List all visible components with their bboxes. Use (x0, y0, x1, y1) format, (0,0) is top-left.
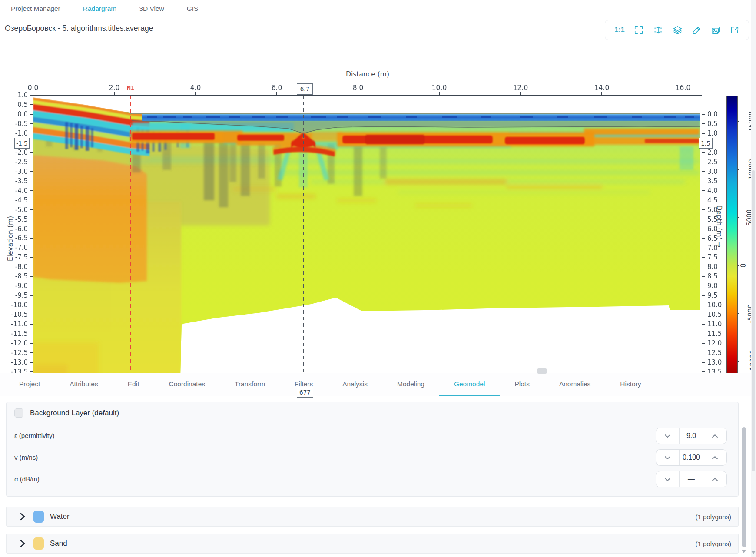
elevation-tick-label: -10.5 (8, 311, 28, 318)
tick-mark (30, 371, 33, 372)
chevron-down-icon (664, 434, 671, 438)
distance-tick-label: 12.0 (507, 84, 534, 92)
tick-mark (702, 219, 705, 219)
page-scrollbar-down-icon[interactable] (751, 551, 756, 554)
tab-attributes[interactable]: Attributes (55, 373, 113, 396)
nav-item-gis[interactable]: GIS (187, 5, 199, 13)
tick-mark (702, 248, 705, 248)
distance-tick-label: 10.0 (426, 84, 452, 92)
depth-crosshair-label: 1.5 (699, 138, 713, 149)
layer-polygon-count: (1 polygons) (695, 513, 731, 521)
stepper-increment-button[interactable] (703, 428, 726, 444)
param-value: — (679, 471, 703, 487)
tabs-scroll-handle[interactable] (537, 368, 547, 374)
param-stepper: — (656, 471, 727, 487)
tick-mark (439, 92, 439, 95)
tab-history[interactable]: History (605, 373, 656, 396)
cursor-signal-label: 677 (297, 387, 313, 398)
nav-item-project-manager[interactable]: Project Manager (11, 5, 60, 13)
layer-row-water[interactable]: Water(1 polygons) (6, 507, 739, 527)
tick-mark (702, 171, 705, 172)
tick-mark (702, 353, 705, 353)
tick-mark (702, 200, 705, 200)
layer-polygon-count: (1 polygons) (695, 540, 731, 547)
tick-mark (702, 371, 705, 372)
panel-tabs: ProjectAttributesEditCoordinatesTransfor… (0, 373, 756, 396)
tick-mark (30, 343, 33, 343)
panel-scrollbar-down-icon[interactable] (742, 550, 746, 553)
depth-tick-label: 10.5 (707, 311, 726, 318)
radargram-body (33, 97, 702, 383)
depth-tick-label: 0.0 (707, 110, 726, 118)
tick-mark (30, 267, 33, 267)
radargram-plot[interactable]: Distance (m) Signals Elevation (m) Depth… (0, 40, 756, 372)
fullscreen-icon[interactable] (634, 25, 643, 35)
tick-mark (30, 162, 33, 162)
stepper-decrement-button[interactable] (656, 428, 679, 444)
layers-icon[interactable] (673, 25, 683, 35)
depth-tick-label: 8.0 (707, 263, 726, 271)
m1-marker-line[interactable] (130, 95, 131, 383)
tick-mark (702, 181, 705, 181)
background-layer-checkbox[interactable] (14, 408, 23, 418)
background-layer-row: Background Layer (default) (14, 408, 119, 418)
panel-scrollbar-thumb[interactable] (742, 427, 746, 547)
layer-row-sand[interactable]: Sand(1 polygons) (6, 534, 739, 554)
radargram-title: ОзероБоровск - 5. algorithms.titles.aver… (5, 24, 153, 33)
radargram-image[interactable] (33, 95, 702, 383)
tick-mark (702, 162, 705, 162)
stepper-increment-button[interactable] (703, 471, 726, 487)
tick-mark (702, 267, 705, 267)
depth-tick-label: 11.5 (707, 330, 726, 338)
chevron-right-icon[interactable] (20, 513, 26, 521)
tab-modeling[interactable]: Modeling (382, 373, 439, 396)
zoom-1-1-button[interactable]: 1:1 (614, 26, 624, 34)
stepper-increment-button[interactable] (703, 450, 726, 465)
elevation-tick-label: -12.0 (8, 339, 28, 347)
page-scrollbar-thumb[interactable] (752, 170, 755, 471)
tab-transform[interactable]: Transform (220, 373, 280, 396)
stepper-decrement-button[interactable] (656, 471, 679, 487)
tick-mark (30, 104, 33, 105)
app-root: Project ManagerRadargram3D ViewGIS Озеро… (0, 0, 756, 557)
depth-tick-label: 12.0 (707, 339, 726, 347)
tab-plots[interactable]: Plots (500, 373, 544, 396)
tab-anomalies[interactable]: Anomalies (544, 373, 605, 396)
nav-item-3d-view[interactable]: 3D View (139, 5, 164, 13)
tick-mark (683, 92, 683, 95)
background-layer-label: Background Layer (default) (30, 409, 119, 418)
depth-tick-label: 8.5 (707, 272, 726, 280)
tick-mark (702, 324, 705, 325)
tick-mark (601, 92, 602, 95)
tick-mark (702, 190, 705, 191)
tick-mark (30, 315, 33, 315)
tick-mark (702, 123, 705, 124)
nav-item-radargram[interactable]: Radargram (83, 5, 117, 13)
tick-mark (30, 248, 33, 248)
snapshot-icon[interactable] (710, 25, 720, 35)
distance-tick-label: 8.0 (345, 84, 371, 92)
distance-tick-label: 4.0 (182, 84, 209, 92)
top-axis-title: Distance (m) (342, 70, 394, 78)
tick-mark (30, 209, 33, 210)
elevation-tick-label: -2.0 (8, 149, 28, 156)
pencil-icon[interactable] (692, 26, 701, 35)
tab-geomodel[interactable]: Geomodel (439, 373, 500, 396)
cursor-line[interactable] (303, 95, 304, 383)
elevation-tick-label: -0.5 (8, 120, 28, 128)
tab-analysis[interactable]: Analysis (328, 373, 382, 396)
depth-tick-label: 3.0 (707, 168, 726, 176)
depth-tick-label: 12.5 (707, 349, 726, 357)
tab-edit[interactable]: Edit (113, 373, 154, 396)
depth-tick-label: 2.0 (707, 149, 726, 156)
export-icon[interactable] (730, 25, 739, 35)
tab-coordinates[interactable]: Coordinates (154, 373, 220, 396)
fit-height-icon[interactable] (653, 25, 663, 35)
param-stepper: 0.100 (656, 449, 727, 466)
depth-tick-label: 9.0 (707, 282, 726, 290)
m1-marker-label[interactable]: M1 (127, 84, 134, 91)
chevron-right-icon[interactable] (20, 540, 26, 547)
stepper-decrement-button[interactable] (656, 450, 679, 465)
tab-project[interactable]: Project (4, 373, 55, 396)
tick-mark (30, 324, 33, 325)
